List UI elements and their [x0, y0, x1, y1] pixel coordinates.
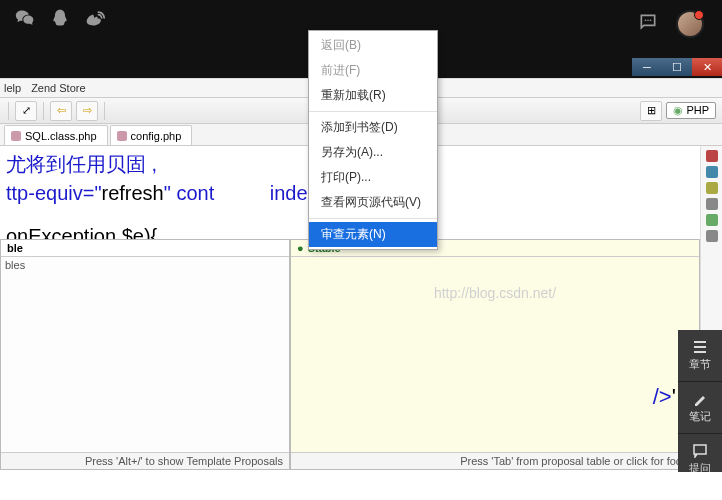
chat-icon[interactable] [638, 12, 658, 36]
close-button[interactable]: ✕ [692, 58, 722, 76]
question-icon [693, 444, 707, 458]
context-inspect[interactable]: 审查元素(N) [309, 222, 437, 247]
php-perspective[interactable]: ◉ PHP [666, 102, 716, 119]
code-text: refresh [102, 182, 164, 204]
left-panel-body[interactable]: bles [1, 257, 289, 452]
toolbar-back-icon[interactable]: ⇦ [50, 101, 72, 121]
code-text: ttp-equiv=" [6, 182, 102, 204]
minimize-button[interactable]: ─ [632, 58, 662, 76]
menu-help[interactable]: lelp [4, 82, 21, 94]
watermark-text: http://blog.csdn.net/ [434, 285, 556, 301]
php-file-icon [11, 131, 21, 141]
window-controls: ─ ☐ ✕ [632, 58, 722, 76]
qq-icon[interactable] [50, 8, 70, 32]
context-print[interactable]: 打印(P)... [309, 165, 437, 190]
top-left-icons [14, 8, 106, 32]
dock-chapters[interactable]: 章节 [678, 330, 722, 382]
context-separator [309, 218, 437, 219]
bottom-strip [0, 472, 722, 500]
pencil-icon [693, 392, 707, 406]
overview-marker[interactable] [706, 230, 718, 242]
svg-point-2 [650, 20, 652, 22]
proposal-detail-panel: ●Stable http://blog.csdn.net/ Press 'Tab… [290, 239, 700, 470]
maximize-button[interactable]: ☐ [662, 58, 692, 76]
context-reload[interactable]: 重新加载(R) [309, 83, 437, 108]
list-icon [692, 340, 708, 354]
proposal-panels: ble bles Press 'Alt+/' to show Template … [0, 239, 700, 470]
toolbar-forward-icon[interactable]: ⇨ [76, 101, 98, 121]
context-forward[interactable]: 前进(F) [309, 58, 437, 83]
svg-rect-3 [694, 445, 706, 454]
left-panel-row[interactable]: bles [5, 259, 25, 271]
overview-marker-info[interactable] [706, 166, 718, 178]
open-perspective-icon[interactable]: ⊞ [640, 101, 662, 121]
right-panel-footer: Press 'Tab' from proposal table or click… [291, 452, 699, 469]
context-back[interactable]: 返回(B) [309, 33, 437, 58]
overview-marker[interactable] [706, 198, 718, 210]
top-right-icons [638, 10, 704, 38]
svg-point-0 [645, 20, 647, 22]
context-bookmark[interactable]: 添加到书签(D) [309, 115, 437, 140]
overview-marker-warning[interactable] [706, 182, 718, 194]
left-panel-footer: Press 'Alt+/' to show Template Proposals [1, 452, 289, 469]
weibo-icon[interactable] [84, 8, 106, 32]
context-view-source[interactable]: 查看网页源代码(V) [309, 190, 437, 215]
context-menu: 返回(B) 前进(F) 重新加载(R) 添加到书签(D) 另存为(A)... 打… [308, 30, 438, 250]
perspective-switcher[interactable]: ⊞ ◉ PHP [640, 101, 716, 121]
svg-point-1 [647, 20, 649, 22]
template-proposal-panel: ble bles Press 'Alt+/' to show Template … [0, 239, 290, 470]
php-file-icon [117, 131, 127, 141]
overview-marker[interactable] [706, 214, 718, 226]
menu-zend-store[interactable]: Zend Store [31, 82, 85, 94]
avatar[interactable] [676, 10, 704, 38]
tab-config[interactable]: config.php [110, 125, 193, 145]
tab-sql-class[interactable]: SQL.class.php [4, 125, 108, 145]
toolbar-expand-icon[interactable]: ⤢ [15, 101, 37, 121]
context-save-as[interactable]: 另存为(A)... [309, 140, 437, 165]
dock-notes[interactable]: 笔记 [678, 382, 722, 434]
code-text: " cont [164, 182, 214, 204]
code-text: 尤将到任用贝固 , [6, 153, 157, 175]
overview-marker-error[interactable] [706, 150, 718, 162]
side-dock: 章节 笔记 提问 [678, 330, 722, 486]
right-panel-body[interactable]: http://blog.csdn.net/ [291, 257, 699, 452]
wechat-icon[interactable] [14, 8, 36, 32]
left-panel-tab[interactable]: ble [1, 240, 289, 257]
context-separator [309, 111, 437, 112]
